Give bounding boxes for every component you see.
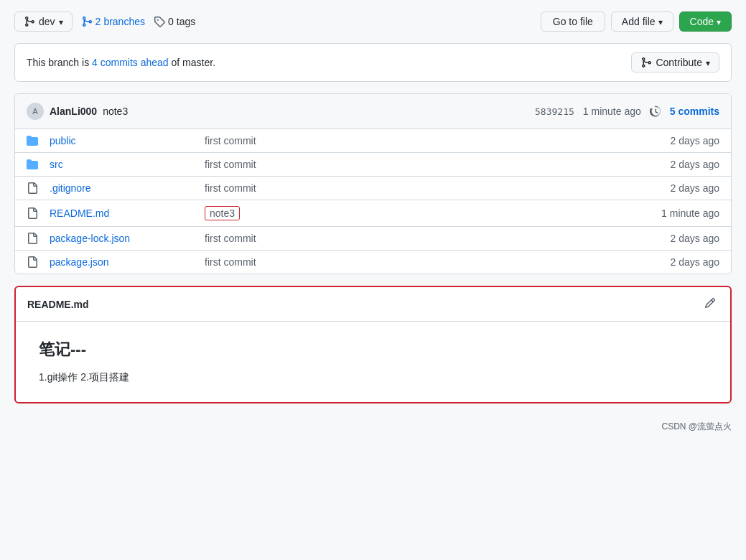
add-file-button[interactable]: Add file (611, 11, 673, 32)
notice-text-before: This branch is (27, 57, 89, 68)
commits-link[interactable]: 5 commits (670, 106, 719, 117)
edit-icon (704, 297, 716, 309)
file-date-package: 2 days ago (633, 256, 719, 268)
toolbar-right: Go to file Add file Code (541, 11, 732, 32)
commit-msg-highlighted: note3 (205, 206, 240, 220)
file-commit-public: first commit (193, 135, 633, 146)
table-row: package-lock.json first commit 2 days ag… (15, 227, 731, 251)
file-link-gitignore[interactable]: .gitignore (50, 182, 91, 194)
file-commit-src: first commit (193, 159, 633, 170)
commit-link-public[interactable]: first commit (205, 135, 256, 146)
add-file-chevron-icon (658, 16, 663, 27)
table-row: README.md note3 1 minute ago (15, 200, 731, 227)
file-name-src: src (50, 159, 193, 170)
contribute-icon (640, 57, 652, 68)
contribute-button[interactable]: Contribute (631, 52, 719, 73)
file-commit-package: first commit (193, 256, 633, 268)
code-label: Code (690, 16, 714, 27)
avatar: A (27, 103, 44, 120)
file-name-package-lock: package-lock.json (50, 233, 193, 244)
toolbar: dev 2 branches 0 tags Go to file (14, 11, 732, 32)
readme-body: 笔记--- 1.git操作 2.项目搭建 (16, 322, 730, 402)
file-name-gitignore: .gitignore (50, 182, 193, 194)
table-row: package.json first commit 2 days ago (15, 251, 731, 274)
file-link-public[interactable]: public (50, 135, 76, 146)
file-date-readme: 1 minute ago (633, 207, 719, 219)
code-button[interactable]: Code (679, 11, 732, 32)
tags-link[interactable]: 0 tags (154, 16, 195, 27)
commit-time: 1 minute ago (583, 106, 641, 117)
readme-heading: 笔记--- (39, 339, 707, 360)
contribute-chevron-icon (706, 57, 710, 68)
toolbar-left: dev 2 branches 0 tags (14, 11, 195, 32)
table-row: public first commit 2 days ago (15, 129, 731, 153)
branch-name: dev (39, 16, 55, 27)
file-commit-gitignore: first commit (193, 182, 633, 194)
file-icon-readme (27, 207, 50, 219)
branches-icon (81, 16, 93, 27)
readme-content: 1.git操作 2.项目搭建 (39, 369, 707, 385)
tags-text: tags (177, 16, 195, 27)
branches-link[interactable]: 2 branches (81, 16, 145, 27)
tags-count: 0 (168, 16, 174, 27)
branch-notice: This branch is 4 commits ahead of master… (14, 43, 732, 82)
page-footer: CSDN @流萤点火 (14, 415, 732, 439)
commit-header-left: A AlanLi000 note3 (27, 103, 128, 120)
file-icon-package (27, 256, 50, 268)
folder-icon-src (27, 159, 50, 170)
folder-icon (27, 135, 50, 146)
file-date-package-lock: 2 days ago (633, 233, 719, 244)
table-row: .gitignore first commit 2 days ago (15, 177, 731, 200)
readme-header: README.md (16, 287, 730, 322)
file-name-public: public (50, 135, 193, 146)
branches-text: branches (103, 16, 145, 27)
file-table: A AlanLi000 note3 5839215 1 minute ago 5… (14, 93, 732, 274)
commit-message: note3 (103, 106, 128, 117)
file-date-gitignore: 2 days ago (633, 182, 719, 194)
readme-container: README.md 笔记--- 1.git操作 2.项目搭建 (14, 286, 732, 403)
file-commit-package-lock: first commit (193, 233, 633, 244)
commits-ahead-link[interactable]: 4 commits ahead (92, 57, 169, 68)
history-icon (650, 106, 661, 117)
branch-selector[interactable]: dev (14, 11, 73, 32)
file-name-readme: README.md (50, 207, 193, 219)
readme-edit-button[interactable] (701, 294, 719, 314)
file-link-package-lock[interactable]: package-lock.json (50, 233, 130, 244)
branch-icon (24, 16, 35, 27)
footer-text: CSDN @流萤点火 (661, 421, 732, 431)
commit-sha: 5839215 (535, 106, 574, 117)
file-date-public: 2 days ago (633, 135, 719, 146)
go-to-file-button[interactable]: Go to file (541, 11, 605, 32)
file-icon-gitignore (27, 182, 50, 194)
notice-text-after: of master. (172, 57, 215, 68)
file-link-readme[interactable]: README.md (50, 207, 109, 219)
contribute-label: Contribute (656, 57, 702, 68)
file-date-src: 2 days ago (633, 159, 719, 170)
add-file-label: Add file (622, 16, 656, 27)
tag-icon (154, 16, 165, 27)
branch-notice-text: This branch is 4 commits ahead of master… (27, 57, 215, 68)
commit-header-right: 5839215 1 minute ago 5 commits (535, 106, 719, 117)
commit-author[interactable]: AlanLi000 (50, 106, 97, 117)
readme-title: README.md (27, 299, 89, 310)
commit-header: A AlanLi000 note3 5839215 1 minute ago 5… (15, 94, 731, 129)
code-chevron-icon (717, 16, 721, 27)
file-link-package[interactable]: package.json (50, 256, 109, 268)
file-link-src[interactable]: src (50, 159, 63, 170)
branch-chevron-icon (59, 16, 63, 27)
branches-count: 2 (95, 16, 101, 27)
file-name-package: package.json (50, 256, 193, 268)
file-icon-package-lock (27, 233, 50, 244)
file-commit-readme: note3 (193, 206, 633, 220)
table-row: src first commit 2 days ago (15, 153, 731, 177)
